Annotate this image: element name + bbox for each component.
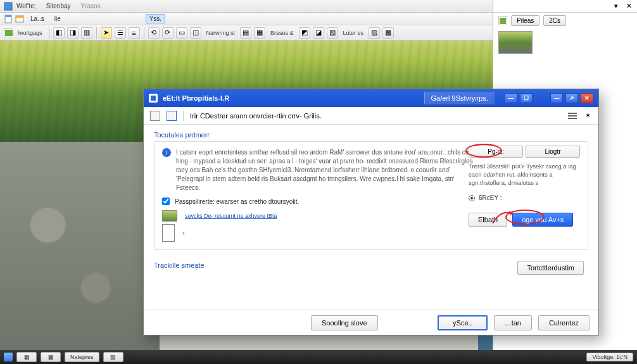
radio-1-label: 6RcEY : (479, 194, 502, 201)
minimize2-button[interactable]: — (550, 93, 563, 103)
panel-close-icon[interactable]: ✕ (624, 2, 633, 11)
dialog-body: Tocutales prdmerr i I catsnr eoprt enrot… (144, 125, 598, 310)
tool-5[interactable]: ☰ (115, 27, 126, 39)
start-button[interactable] (4, 353, 13, 361)
maximize-button[interactable]: ☐ (520, 93, 533, 103)
close-button[interactable]: ✕ (581, 93, 593, 103)
preview-thumb-1[interactable] (162, 210, 177, 222)
app-icon (4, 2, 13, 11)
panel-btn-1[interactable]: Pileas (511, 15, 539, 26)
footer-btn-1[interactable]: Sooollng slove (311, 315, 378, 330)
action-btn-1[interactable]: Elbath (469, 213, 507, 227)
taskbar: ▦ ▩ Natepres ▧ Vibottge. 1i.'N (0, 350, 637, 364)
tool-9[interactable]: ▭ (176, 27, 187, 39)
separator (144, 27, 144, 39)
toolbar-label-3: Luter es (341, 30, 367, 36)
tool-10[interactable]: ◫ (190, 27, 201, 39)
svg-rect-0 (4, 3, 12, 10)
section-label: Tocutales prdmerr (154, 131, 588, 139)
hamburger-icon[interactable] (568, 113, 577, 119)
tool-11[interactable]: ▤ (240, 27, 251, 39)
dialog-icon (149, 94, 158, 103)
minimize-button[interactable]: — (505, 93, 517, 103)
dialog-footer: Sooollng slove ySce.. …tan Culrentez (144, 310, 598, 335)
taskbar-item-1[interactable]: ▦ (16, 352, 37, 362)
tool-arrow[interactable]: ➤ (101, 27, 112, 39)
title-segment-3: Yrasos (81, 3, 101, 9)
taskbar-item-2[interactable]: ▩ (41, 352, 61, 362)
right-desc: Trersil 3lisstskF pIXY Tysekr cxecg,a ia… (469, 163, 580, 187)
svg-rect-8 (500, 18, 506, 24)
right-cluster: Pg-iz: Liogtr Trersil 3lisstskF pIXY Tys… (469, 146, 580, 227)
info-icon: i (162, 148, 171, 157)
title-segment-1: Wof'te; (16, 3, 36, 9)
dialog-tab-2[interactable]: Ga/erl 9Sstvryirps. (424, 92, 495, 104)
menu-item-3[interactable]: Yss. (146, 14, 165, 23)
taskbar-item-3[interactable]: Natepres (65, 352, 99, 362)
footer-btn-3[interactable]: …tan (494, 315, 532, 330)
footer-btn-4[interactable]: Culrentez (538, 315, 590, 330)
row-label[interactable]: sovcks De- resournt ne axhvere tBta (185, 213, 277, 219)
panel-thumb-icon[interactable] (4, 28, 13, 37)
radio-1[interactable] (469, 195, 475, 201)
tool-8[interactable]: ⟳ (162, 27, 173, 39)
subbar-icon-2[interactable] (167, 111, 177, 121)
tray-text: Vibottge. 1i.'N (592, 354, 628, 360)
menu-item-1[interactable]: La..s (27, 14, 48, 23)
tool-17[interactable]: ▩ (382, 27, 394, 39)
taskbar-item-icon: ▧ (109, 353, 118, 361)
action-btn-2[interactable]: oge you Av+s (512, 213, 573, 227)
svg-rect-6 (5, 30, 13, 36)
tool-3[interactable]: ▥ (81, 27, 92, 39)
panel-thumbnail[interactable] (498, 31, 533, 54)
separator (49, 27, 49, 39)
tool-1[interactable]: ◧ (53, 27, 65, 39)
system-tray[interactable]: Vibottge. 1i.'N (586, 353, 633, 361)
tool-12[interactable]: ▦ (254, 27, 265, 39)
tool-7[interactable]: ⟲ (148, 27, 160, 39)
tool-6[interactable]: ≡ (129, 27, 140, 39)
chevron-left-icon[interactable]: ‹ (182, 229, 185, 237)
pref-btn-2[interactable]: Liogtr (526, 146, 580, 158)
doc-icon[interactable] (4, 15, 13, 23)
properties-dialog: eEt:lt Pbropitials-I.R Ga/erl 9Sstvryirp… (143, 89, 599, 336)
doc2-icon[interactable] (15, 15, 24, 23)
collapse-icon[interactable]: ✶ (583, 111, 592, 120)
svg-rect-10 (151, 96, 156, 101)
preview-thumb-2[interactable] (162, 224, 175, 242)
description-text: I catsnr eoprt enrotsntess smthar reflus… (176, 148, 475, 192)
panel-btn-2[interactable]: 2Cs (543, 15, 566, 26)
menu-item-2[interactable]: lie (51, 14, 65, 23)
panel-name: lwortgags (15, 30, 45, 36)
toolbar-label-1: Narwring st (204, 30, 238, 36)
dialog-title: eEt:lt Pbropitials-I.R (163, 94, 229, 102)
thumb-icon (498, 16, 507, 25)
landscape-rocks (0, 142, 160, 350)
tool-14[interactable]: ◪ (313, 27, 324, 39)
taskbar-item-icon: ▩ (46, 353, 55, 361)
panel-menu-icon[interactable]: ▾ (612, 2, 621, 11)
tool-15[interactable]: ▧ (327, 27, 338, 39)
separator (96, 27, 97, 39)
toolbar-label-2: Brases & (268, 30, 296, 36)
checkbox-1-label: Passpsilirerte: ewarser as cretho dtours… (175, 198, 299, 205)
taskbar-item-4[interactable]: ▧ (103, 352, 123, 362)
svg-rect-4 (16, 16, 23, 18)
tool-13[interactable]: ◩ (299, 27, 310, 39)
checkbox-1[interactable] (162, 198, 170, 205)
taskbar-item-icon: ▦ (22, 353, 31, 361)
bottom-link[interactable]: Trackille smeate (154, 261, 205, 269)
svg-rect-2 (5, 15, 11, 17)
subbar-icon-1[interactable] (150, 111, 160, 121)
settings-panel: i I catsnr eoprt enrotsntess smthar refl… (154, 141, 588, 250)
help-button[interactable]: ↗ (565, 93, 578, 103)
tool-16[interactable]: ▨ (369, 27, 380, 39)
panel-footer-btn[interactable]: Tortcttlerdustim (517, 261, 584, 275)
pref-btn-1[interactable]: Pg-iz: (469, 146, 523, 158)
tool-2[interactable]: ◨ (67, 27, 79, 39)
title-segment-2: Sitenbay (46, 3, 71, 9)
subbar-text: Irir CDestrer sraon onvrcier-rtin crrv- … (190, 112, 322, 120)
footer-btn-ok[interactable]: ySce.. (438, 315, 488, 330)
dialog-titlebar[interactable]: eEt:lt Pbropitials-I.R Ga/erl 9Sstvryirp… (144, 89, 598, 107)
dialog-subbar: Irir CDestrer sraon onvrcier-rtin crrv- … (144, 107, 598, 125)
